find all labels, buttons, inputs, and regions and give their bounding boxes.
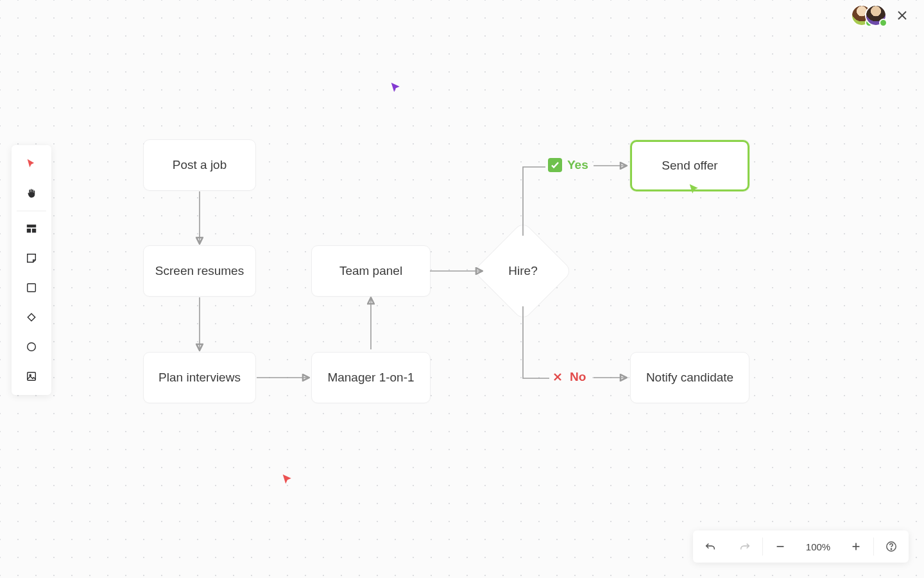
- svg-rect-6: [28, 313, 35, 320]
- node-label: Team panel: [339, 264, 402, 278]
- minus-icon: [774, 541, 786, 552]
- svg-rect-2: [27, 225, 36, 228]
- diamond-icon: [26, 311, 37, 323]
- tool-palette: [12, 145, 51, 395]
- node-label: Send offer: [662, 159, 717, 173]
- svg-point-9: [30, 374, 31, 376]
- node-label: Post a job: [173, 158, 227, 172]
- svg-rect-3: [27, 229, 31, 232]
- branch-no[interactable]: No: [551, 370, 586, 384]
- toolbar-separator: [17, 211, 46, 211]
- node-label: Plan interviews: [158, 371, 241, 385]
- connectors: [0, 0, 924, 578]
- help-icon: [886, 541, 897, 552]
- close-button[interactable]: [897, 10, 907, 21]
- node-manager-1on1[interactable]: Manager 1-on-1: [311, 352, 431, 403]
- svg-rect-5: [28, 284, 36, 292]
- pan-tool[interactable]: [12, 179, 51, 208]
- svg-rect-4: [32, 229, 36, 232]
- redo-icon: [739, 541, 751, 552]
- zoom-level[interactable]: 100%: [798, 541, 839, 552]
- node-label: Manager 1-on-1: [327, 371, 414, 385]
- svg-point-7: [28, 343, 36, 351]
- cursor-icon: [281, 473, 293, 485]
- whiteboard-canvas[interactable]: Post a job Screen resumes Plan interview…: [0, 0, 924, 578]
- cursor-icon: [688, 183, 699, 195]
- image-icon: [26, 371, 37, 382]
- template-tool[interactable]: [12, 214, 51, 243]
- close-icon: [897, 10, 907, 21]
- plus-icon: [850, 541, 862, 552]
- zoom-controls: 100%: [693, 530, 909, 563]
- help-button[interactable]: [874, 530, 909, 563]
- presence-dot-icon: [880, 20, 886, 26]
- node-team-panel[interactable]: Team panel: [311, 245, 431, 297]
- branch-label: Yes: [567, 158, 588, 172]
- node-label: Notify candidate: [646, 371, 733, 385]
- remote-cursor: [389, 82, 401, 93]
- node-label: Hire?: [508, 264, 537, 278]
- redo-button[interactable]: [728, 530, 762, 563]
- undo-button[interactable]: [693, 530, 728, 563]
- sticky-note-icon: [26, 252, 37, 264]
- undo-icon: [705, 541, 716, 552]
- x-icon: [551, 370, 565, 384]
- remote-cursor: [688, 183, 699, 195]
- node-label: Screen resumes: [155, 264, 244, 278]
- circle-tool[interactable]: [12, 332, 51, 362]
- node-screen-resumes[interactable]: Screen resumes: [143, 245, 256, 297]
- sticky-note-tool[interactable]: [12, 243, 51, 273]
- svg-point-14: [891, 548, 891, 549]
- check-icon: [548, 158, 562, 172]
- node-notify-candidate[interactable]: Notify candidate: [630, 352, 749, 403]
- branch-label: No: [570, 370, 586, 384]
- remote-cursor: [281, 473, 293, 485]
- template-icon: [26, 223, 37, 234]
- diamond-tool[interactable]: [12, 302, 51, 332]
- zoom-out-button[interactable]: [763, 530, 798, 563]
- pointer-icon: [26, 158, 37, 170]
- image-tool[interactable]: [12, 362, 51, 391]
- circle-icon: [26, 341, 37, 353]
- zoom-in-button[interactable]: [839, 530, 873, 563]
- rectangle-tool[interactable]: [12, 273, 51, 302]
- svg-rect-8: [28, 372, 36, 381]
- pointer-tool[interactable]: [12, 149, 51, 179]
- hand-icon: [26, 188, 37, 199]
- branch-yes[interactable]: Yes: [548, 158, 588, 172]
- node-post-job[interactable]: Post a job: [143, 139, 256, 191]
- collaborator-avatars: [852, 6, 886, 25]
- node-plan-interviews[interactable]: Plan interviews: [143, 352, 256, 403]
- cursor-icon: [389, 82, 401, 93]
- square-icon: [26, 282, 37, 293]
- avatar[interactable]: [866, 6, 886, 25]
- node-hire-decision[interactable]: Hire?: [488, 236, 558, 306]
